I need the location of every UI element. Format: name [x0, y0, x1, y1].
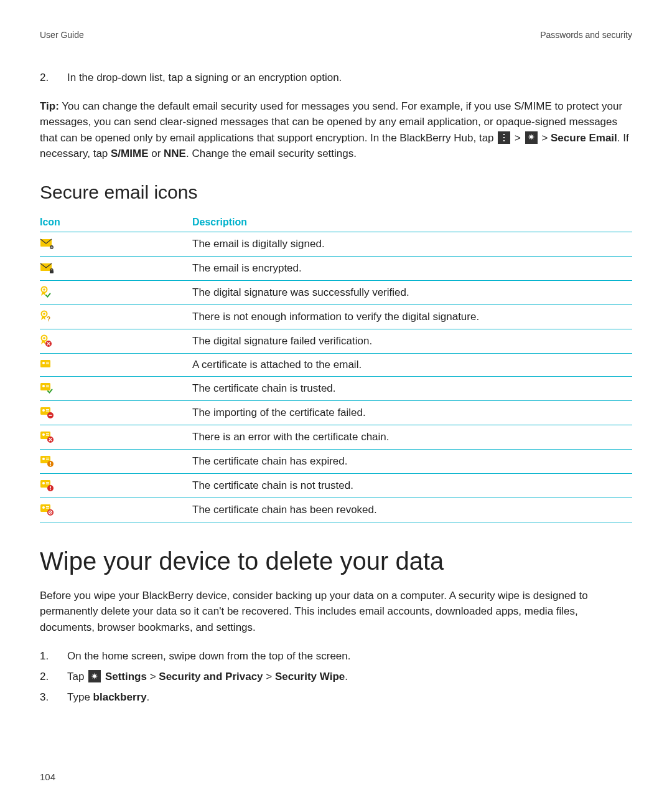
tip-gt1: >: [511, 132, 523, 144]
gear-icon: [525, 131, 538, 144]
table-row: The importing of the certificate failed.: [40, 400, 632, 425]
secure-email-label: Secure Email: [551, 132, 617, 144]
table-row: A certificate is attached to the email.: [40, 353, 632, 376]
row-desc: A certificate is attached to the email.: [192, 353, 632, 376]
section-title-wipe: Wipe your device to delete your data: [40, 547, 632, 575]
table-row: The certificate chain is not trusted.: [40, 473, 632, 498]
wipe-step-3: 3. Type blackberry.: [40, 689, 632, 706]
step-text: Type blackberry.: [67, 689, 149, 706]
row-desc: The digital signature failed verificatio…: [192, 329, 632, 353]
row-desc: The digital signature was successfully v…: [192, 280, 632, 304]
page-number: 104: [40, 772, 55, 782]
tip-gt2: >: [539, 132, 551, 144]
step-number: 3.: [40, 689, 67, 706]
email-encrypted-icon: [40, 262, 56, 275]
page-header: User Guide Passwords and security: [40, 30, 632, 40]
cert-attached-icon: [40, 359, 54, 371]
table-row: The email is encrypted.: [40, 256, 632, 280]
table-row: The email is digitally signed.: [40, 232, 632, 256]
table-row: There is not enough information to verif…: [40, 304, 632, 329]
more-icon: [498, 131, 510, 144]
email-signed-icon: [40, 237, 56, 251]
table-row: There is an error with the certificate c…: [40, 425, 632, 449]
col-icon-header: Icon: [40, 213, 192, 232]
row-desc: The certificate chain has expired.: [192, 449, 632, 473]
table-row: The certificate chain has been revoked.: [40, 498, 632, 522]
cert-expired-icon: [40, 455, 55, 468]
row-desc: The certificate chain has been revoked.: [192, 498, 632, 522]
cert-error-icon: [40, 430, 55, 444]
step-number: 2.: [40, 668, 67, 685]
row-desc: There is an error with the certificate c…: [192, 425, 632, 449]
intro-step-2: 2. In the drop-down list, tap a signing …: [40, 70, 632, 86]
nne-label: NNE: [164, 148, 186, 159]
smime-label: S/MIME: [111, 148, 148, 159]
wipe-step-1: 1. On the home screen, swipe down from t…: [40, 648, 632, 664]
step-text: Tap Settings > Security and Privacy > Se…: [67, 668, 348, 685]
table-row: The certificate chain is trusted.: [40, 376, 632, 400]
cert-import-failed-icon: [40, 406, 55, 420]
step-text: On the home screen, swipe down from the …: [67, 648, 350, 664]
row-desc: The email is encrypted.: [192, 256, 632, 280]
signature-unknown-icon: [40, 310, 54, 324]
row-desc: The email is digitally signed.: [192, 232, 632, 256]
tip-or: or: [148, 148, 164, 159]
step-number: 1.: [40, 648, 67, 664]
step-number: 2.: [40, 70, 67, 86]
wipe-intro: Before you wipe your BlackBerry device, …: [40, 588, 632, 636]
cert-revoked-icon: [40, 503, 55, 517]
section-title-secure-icons: Secure email icons: [40, 182, 632, 203]
col-desc-header: Description: [192, 213, 632, 232]
signature-verified-icon: [40, 286, 54, 300]
step-text: In the drop-down list, tap a signing or …: [67, 70, 632, 86]
secure-email-icons-table: Icon Description The email is digitally …: [40, 213, 632, 522]
tip-label: Tip:: [40, 100, 59, 112]
wipe-step-2: 2. Tap Settings > Security and Privacy >…: [40, 668, 632, 685]
gear-icon: [88, 670, 101, 682]
tip-body-3: . Change the email security settings.: [186, 148, 357, 159]
row-desc: There is not enough information to verif…: [192, 304, 632, 329]
table-row: The digital signature was successfully v…: [40, 280, 632, 304]
tip-paragraph: Tip: You can change the default email se…: [40, 98, 632, 162]
signature-failed-icon: [40, 334, 54, 348]
cert-untrusted-icon: [40, 479, 55, 493]
cert-trusted-icon: [40, 382, 55, 395]
header-left: User Guide: [40, 30, 84, 40]
row-desc: The importing of the certificate failed.: [192, 400, 632, 425]
row-desc: The certificate chain is trusted.: [192, 376, 632, 400]
table-row: The certificate chain has expired.: [40, 449, 632, 473]
table-row: The digital signature failed verificatio…: [40, 329, 632, 353]
header-right: Passwords and security: [540, 30, 632, 40]
row-desc: The certificate chain is not trusted.: [192, 473, 632, 498]
